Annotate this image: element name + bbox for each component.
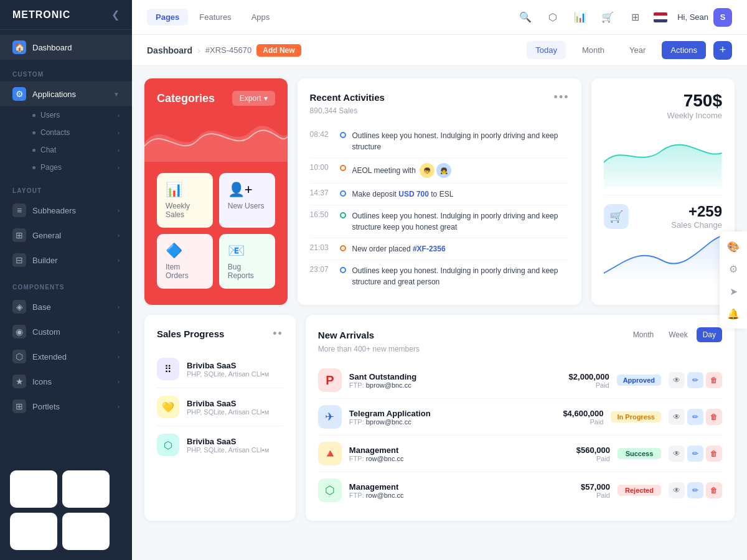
bug-reports-label: Bug Reports xyxy=(228,263,266,280)
na-delete-btn-3[interactable]: 🗑 xyxy=(706,446,722,462)
sidebar-item-extended[interactable]: ⬡ Extended › xyxy=(0,344,132,369)
sidebar-item-pages[interactable]: Pages › xyxy=(32,159,132,176)
na-view-btn-2[interactable]: 👁 xyxy=(669,409,685,425)
cat-new-users[interactable]: 👤+ New Users xyxy=(219,173,275,228)
custom-label: Custom xyxy=(32,327,118,337)
month-button[interactable]: Month xyxy=(573,41,613,59)
na-view-btn-3[interactable]: 👁 xyxy=(669,446,685,462)
sidebar-layout-label: LAYOUT xyxy=(0,176,132,198)
sidebar-item-custom[interactable]: ◉ Custom › xyxy=(0,319,132,344)
add-new-badge[interactable]: Add New xyxy=(256,44,301,57)
sidebar-item-general[interactable]: ⊞ General › xyxy=(0,223,132,248)
right-icon-send[interactable]: ➤ xyxy=(723,281,743,301)
sp-name-1: Briviba SaaS xyxy=(187,361,283,370)
angular-logo[interactable]: 🅐 xyxy=(62,513,110,550)
categories-header: Categories Export ▾ xyxy=(157,91,275,106)
activity-3: 14:37 Make deposit USD 700 to ESL xyxy=(310,184,570,205)
subheaders-icon: ≡ xyxy=(12,203,26,217)
weekly-sales-icon: 📊 xyxy=(166,182,204,198)
sidebar-item-icons[interactable]: ★ Icons › xyxy=(0,369,132,394)
builder-arrow: › xyxy=(118,257,120,264)
na-edit-btn-4[interactable]: ✏ xyxy=(687,482,703,498)
react-logo[interactable]: ⚛ xyxy=(10,513,57,550)
ticket-ref: #XRS-45670 xyxy=(205,45,251,55)
na-tab-month[interactable]: Month xyxy=(627,327,660,342)
sidebar-item-subheaders[interactable]: ≡ Subheaders › xyxy=(0,198,132,223)
na-view-btn-4[interactable]: 👁 xyxy=(669,482,685,498)
export-button[interactable]: Export ▾ xyxy=(232,91,275,106)
grid-icon[interactable]: ⊞ xyxy=(626,9,644,26)
network-icon[interactable]: ⬡ xyxy=(544,9,561,26)
na-delete-btn-4[interactable]: 🗑 xyxy=(706,482,722,498)
language-flag[interactable] xyxy=(654,12,667,22)
top-navigation: Pages Features Apps 🔍 ⬡ 📊 🛒 ⊞ Hi, Sean S xyxy=(132,0,747,35)
na-tab-day[interactable]: Day xyxy=(697,327,722,342)
right-icon-settings[interactable]: ⚙ xyxy=(723,259,743,279)
custom-icon: ◉ xyxy=(12,325,26,338)
right-icon-bell[interactable]: 🔔 xyxy=(723,304,743,324)
vue-logo[interactable]: 🅥 xyxy=(62,470,110,508)
sidebar-item-base[interactable]: ◈ Base › xyxy=(0,294,132,319)
na-edit-btn-2[interactable]: ✏ xyxy=(687,409,703,425)
bootstrap-logo[interactable]: 🅱 xyxy=(10,470,57,508)
pages-dot xyxy=(32,166,35,169)
na-tab-week[interactable]: Week xyxy=(662,327,693,342)
chart-icon[interactable]: 📊 xyxy=(571,9,589,26)
tab-pages[interactable]: Pages xyxy=(147,9,188,26)
export-chevron: ▾ xyxy=(264,94,268,103)
na-actions-3: 👁 ✏ 🗑 xyxy=(669,446,722,462)
sp-item-2: 💛 Briviba SaaS PHP, SQLite, Artisan CLI•… xyxy=(157,388,283,426)
base-label: Base xyxy=(32,302,118,312)
sp-name-2: Briviba SaaS xyxy=(187,399,283,408)
ra-subtitle: 890,344 Sales xyxy=(310,106,570,115)
na-subtitle: More than 400+ new members xyxy=(318,345,722,353)
na-edit-btn-3[interactable]: ✏ xyxy=(687,446,703,462)
applications-chevron: ▼ xyxy=(113,91,120,98)
cat-item-orders[interactable]: 🔷 Item Orders xyxy=(157,234,213,289)
today-button[interactable]: Today xyxy=(527,41,566,59)
sp-name-3: Briviba SaaS xyxy=(187,437,283,446)
sidebar-item-dashboard[interactable]: 🏠 Dashboard xyxy=(0,35,132,60)
base-icon: ◈ xyxy=(12,300,26,314)
na-delete-btn-2[interactable]: 🗑 xyxy=(706,409,722,425)
actions-button[interactable]: Actions xyxy=(662,41,706,59)
sidebar-item-portlets[interactable]: ⊞ Portlets › xyxy=(0,394,132,419)
na-badge-4: Rejected xyxy=(618,485,661,496)
sidebar-toggle-icon[interactable]: ❮ xyxy=(111,9,120,21)
cat-weekly-sales[interactable]: 📊 Weekly Sales xyxy=(157,173,213,228)
sidebar-item-builder[interactable]: ⊟ Builder › xyxy=(0,248,132,273)
portlets-icon: ⊞ xyxy=(12,399,26,413)
cart-icon[interactable]: 🛒 xyxy=(599,9,616,26)
icons-icon: ★ xyxy=(12,375,26,388)
ra-menu-dots[interactable]: ••• xyxy=(554,91,570,104)
na-amount-3: $560,000 Paid xyxy=(554,446,610,462)
na-view-btn-1[interactable]: 👁 xyxy=(669,372,685,388)
sp-desc-2: PHP, SQLite, Artisan CLI•м xyxy=(187,408,283,416)
sidebar-components-label: COMPONENTS xyxy=(0,273,132,294)
year-button[interactable]: Year xyxy=(621,41,654,59)
user-menu[interactable]: Hi, Sean S xyxy=(677,8,732,27)
add-button[interactable]: + xyxy=(713,41,732,60)
activity-text-6: Outlines keep you honest. Indulging in p… xyxy=(352,265,570,287)
search-icon[interactable]: 🔍 xyxy=(517,9,534,26)
cat-bug-reports[interactable]: 📧 Bug Reports xyxy=(219,234,275,289)
sidebar-item-users[interactable]: Users › xyxy=(32,106,132,124)
tab-features[interactable]: Features xyxy=(190,9,240,26)
na-app-info-2: Telegram Application FTP: bprow@bnc.cc xyxy=(349,409,540,426)
na-app-name-1: Sant Outstanding xyxy=(349,372,546,381)
sidebar-item-contacts[interactable]: Contacts › xyxy=(32,124,132,141)
na-app-info-3: Management FTP: row@bnc.cc xyxy=(349,446,547,462)
sidebar-item-chat[interactable]: Chat › xyxy=(32,141,132,159)
right-icon-palette[interactable]: 🎨 xyxy=(723,236,743,256)
main-content: Categories Export ▾ 📊 xyxy=(132,66,747,560)
na-edit-btn-1[interactable]: ✏ xyxy=(687,372,703,388)
activity-time-3: 14:37 xyxy=(310,189,334,197)
na-delete-btn-1[interactable]: 🗑 xyxy=(706,372,722,388)
weekly-amount: 750$ xyxy=(604,91,722,111)
nav-tabs: Pages Features Apps xyxy=(147,9,278,26)
tab-apps[interactable]: Apps xyxy=(243,9,279,26)
sp-menu-dots[interactable]: •• xyxy=(273,327,283,340)
brand-logo: METRONIC xyxy=(12,9,70,21)
sidebar-item-applications[interactable]: ⚙ Applications ▼ xyxy=(0,82,132,106)
applications-submenu: Users › Contacts › Chat › Pages › xyxy=(0,106,132,176)
